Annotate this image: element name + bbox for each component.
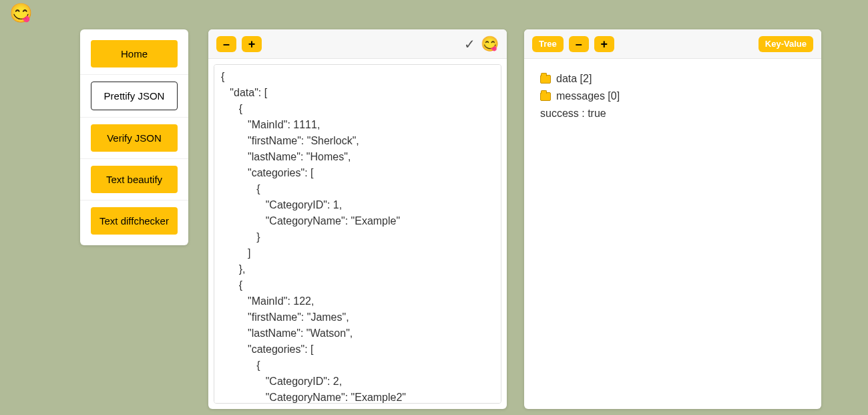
collapse-button[interactable]: – xyxy=(216,36,236,52)
tree-node-label: success : true xyxy=(540,106,606,122)
json-input[interactable] xyxy=(214,64,501,404)
tree-expand-button[interactable]: + xyxy=(594,36,614,52)
editor-body xyxy=(208,59,507,409)
sidebar: Home Prettify JSON Verify JSON Text beau… xyxy=(80,29,188,245)
tree-node-data[interactable]: data [2] xyxy=(540,71,805,87)
folder-icon xyxy=(540,75,551,84)
tree-mode-button[interactable]: Tree xyxy=(532,36,564,52)
tree-panel: Tree – + Key-Value data [2] messages [0]… xyxy=(524,29,821,409)
check-icon[interactable]: ✓ xyxy=(464,36,475,52)
tree-body: data [2] messages [0] success : true xyxy=(524,59,821,409)
nav-prettify-json[interactable]: Prettify JSON xyxy=(91,82,178,110)
keyvalue-mode-button[interactable]: Key-Value xyxy=(758,36,813,52)
nav-text-diffchecker[interactable]: Text diffchecker xyxy=(91,207,178,235)
editor-panel: – + ✓ 😋 xyxy=(208,29,507,409)
expand-button[interactable]: + xyxy=(242,36,262,52)
nav-verify-json[interactable]: Verify JSON xyxy=(91,124,178,152)
app-logo: 😋 xyxy=(9,4,33,23)
editor-toolbar: – + ✓ 😋 xyxy=(208,29,507,59)
nav-home[interactable]: Home xyxy=(91,40,178,67)
tree-node-messages[interactable]: messages [0] xyxy=(540,88,805,104)
nav-text-beautify[interactable]: Text beautify xyxy=(91,166,178,193)
folder-icon xyxy=(540,92,551,101)
tree-node-label: messages [0] xyxy=(556,88,620,104)
emoji-icon[interactable]: 😋 xyxy=(481,35,499,53)
tree-node-success[interactable]: success : true xyxy=(540,106,805,122)
tree-node-label: data [2] xyxy=(556,71,592,87)
tree-toolbar: Tree – + Key-Value xyxy=(524,29,821,59)
tree-collapse-button[interactable]: – xyxy=(569,36,589,52)
